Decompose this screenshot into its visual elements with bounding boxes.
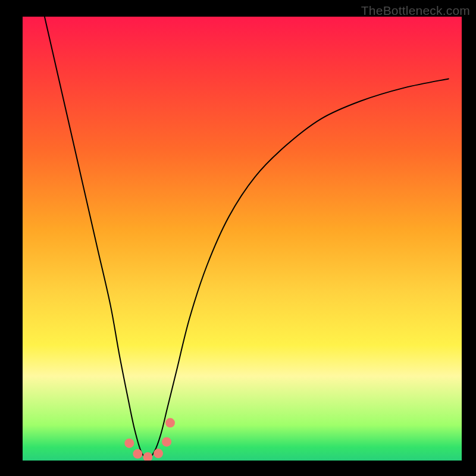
chart-svg <box>23 17 462 461</box>
curve-marker <box>165 418 175 428</box>
marker-group <box>124 418 175 461</box>
curve-marker <box>124 439 134 448</box>
curve-marker <box>154 449 163 458</box>
bottleneck-curve <box>45 17 449 458</box>
curve-marker <box>133 449 142 459</box>
watermark-text: TheBottleneck.com <box>361 4 470 18</box>
chart-plot-area <box>23 17 462 461</box>
chart-frame: TheBottleneck.com <box>0 0 476 476</box>
curve-marker <box>162 437 171 447</box>
curve-marker <box>143 452 152 461</box>
